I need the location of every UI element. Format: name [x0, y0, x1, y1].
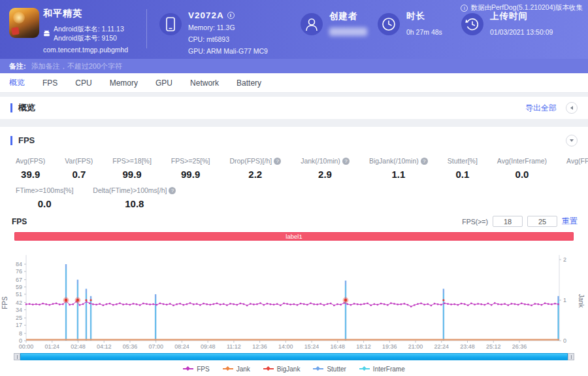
scrollbar-right-handle[interactable]: [568, 353, 574, 360]
stat-item: FPS>=25[%]99.9: [171, 157, 210, 180]
duration-value: 0h 27m 48s: [406, 27, 442, 37]
legend-item-InterFrame[interactable]: InterFrame: [359, 366, 405, 373]
legend-item-Stutter[interactable]: Stutter: [313, 366, 346, 373]
svg-text:16:48: 16:48: [331, 343, 346, 350]
stat-label: FPS>=25[%]: [171, 157, 210, 165]
stat-label: Delta(FTime)>100ms[/h]: [93, 186, 176, 194]
svg-text:Jank: Jank: [578, 294, 585, 308]
stutter-spikes-series: [66, 264, 559, 341]
phone-icon: [159, 13, 182, 35]
export-all-link[interactable]: 导出全部: [525, 103, 557, 114]
tab-bar: 概览FPSCPUMemoryGPUNetworkBattery: [0, 73, 588, 93]
reset-link[interactable]: 重置: [562, 216, 578, 227]
chevron-left-icon: [568, 106, 573, 110]
tab-GPU[interactable]: GPU: [155, 78, 172, 88]
duration-block: 时长 0h 27m 48s: [406, 10, 442, 37]
note-input-placeholder[interactable]: 添加备注，不超过200个字符: [31, 61, 122, 71]
stat-label: Avg(FPS+InterFrame): [566, 157, 588, 165]
device-circle: [159, 13, 182, 35]
help-icon[interactable]: [274, 158, 281, 165]
tab-CPU[interactable]: CPU: [75, 78, 91, 88]
stat-label: Drop(FPS)[/h]: [229, 157, 281, 165]
legend-label: BigJank: [277, 366, 301, 373]
stat-item: BigJank(/10min)1.1: [369, 157, 428, 180]
svg-text:2: 2: [563, 256, 566, 263]
svg-text:17: 17: [16, 322, 22, 328]
fps-threshold-input-1[interactable]: [493, 216, 523, 227]
scrollbar-left-handle[interactable]: [14, 353, 20, 360]
svg-text:0: 0: [563, 337, 566, 344]
svg-text:84: 84: [16, 261, 22, 267]
svg-text:26:36: 26:36: [512, 343, 527, 350]
overview-title: 概览: [10, 103, 35, 112]
stat-label: Avg(FPS): [16, 157, 45, 165]
duration-circle: [378, 13, 400, 35]
app-info-block: 和平精英 Android版本名: 1.11.13 Android版本号: 915…: [43, 8, 128, 54]
bigjank-events-series: [63, 298, 445, 303]
fps-chart[interactable]: 0817253442515967768401200:0001:2402:4804…: [0, 241, 587, 352]
svg-text:01:24: 01:24: [44, 343, 59, 350]
svg-text:02:48: 02:48: [71, 343, 86, 350]
chart-range-scrollbar: [14, 353, 574, 360]
tab-Battery[interactable]: Battery: [237, 78, 261, 88]
legend-marker: [313, 368, 323, 369]
stat-item: Avg(FPS)39.9: [16, 157, 45, 180]
device-info-icon[interactable]: [227, 12, 235, 19]
svg-text:18:12: 18:12: [356, 343, 371, 350]
stat-label: Jank(/10min): [301, 157, 350, 165]
stat-value: 99.9: [112, 169, 152, 180]
stat-item: FPS>=18[%]99.9: [112, 157, 152, 180]
stat-item: Delta(FTime)>100ms[/h]10.8: [93, 186, 176, 209]
legend-marker: [359, 368, 370, 369]
perfdog-report-page: 数据由PerfDog(5.1.210204)版本收集 和平精英 Android版…: [0, 0, 588, 376]
stat-item: FTime>=100ms[%]0.0: [16, 186, 73, 209]
tab-Network[interactable]: Network: [190, 78, 219, 88]
history-icon: [461, 13, 483, 35]
fps-section-title: FPS: [10, 136, 35, 145]
creator-label: 创建者: [329, 10, 367, 22]
stat-label: Var(FPS): [65, 157, 93, 165]
help-icon[interactable]: [342, 158, 350, 165]
fps-threshold-input-2[interactable]: [527, 216, 557, 227]
stat-value: 1.1: [369, 169, 428, 180]
stat-label: FTime>=100ms[%]: [16, 186, 73, 194]
legend-item-FPS[interactable]: FPS: [183, 366, 209, 373]
svg-text:51: 51: [16, 291, 22, 298]
scrollbar-track[interactable]: [20, 353, 568, 360]
legend-label: Jank: [237, 366, 250, 373]
svg-text:11:12: 11:12: [227, 343, 241, 350]
collapse-down-button[interactable]: [566, 135, 578, 146]
collapse-left-button[interactable]: [566, 102, 578, 114]
note-bar: 备注: 添加备注，不超过200个字符: [0, 59, 588, 73]
stat-value: 0.7: [65, 169, 93, 180]
clock-icon: [378, 13, 400, 35]
svg-text:8: 8: [19, 330, 22, 337]
legend-label: FPS: [197, 366, 209, 373]
header-divider: [146, 9, 147, 48]
stat-item: Stutter[%]0.1: [448, 157, 478, 180]
tab-概览[interactable]: 概览: [9, 77, 25, 88]
legend-marker: [183, 368, 193, 369]
stat-value: 0.0: [497, 169, 547, 180]
svg-text:1: 1: [563, 297, 566, 303]
chevron-down-icon: [570, 139, 574, 144]
stat-label: Stutter[%]: [448, 157, 478, 165]
stat-item: Var(FPS)0.7: [65, 157, 93, 180]
stat-label: Avg(InterFrame): [497, 157, 547, 165]
upload-value: 01/03/2021 13:50:09: [490, 27, 553, 37]
fps-line-series: [25, 300, 559, 307]
stat-label: FPS>=18[%]: [112, 157, 152, 165]
tab-Memory[interactable]: Memory: [110, 78, 138, 88]
legend-item-Jank[interactable]: Jank: [223, 366, 250, 373]
legend-item-BigJank[interactable]: BigJank: [263, 366, 301, 373]
app-package: com.tencent.tmgp.pubgmhd: [43, 46, 128, 54]
tab-FPS[interactable]: FPS: [42, 78, 57, 88]
chart-label-banner[interactable]: label1: [14, 232, 574, 241]
svg-text:04:12: 04:12: [97, 343, 112, 350]
svg-text:76: 76: [16, 268, 22, 275]
report-header: 数据由PerfDog(5.1.210204)版本收集 和平精英 Android版…: [0, 0, 588, 59]
help-icon[interactable]: [169, 187, 176, 194]
svg-text:05:36: 05:36: [123, 343, 138, 350]
help-icon[interactable]: [421, 158, 428, 165]
legend-label: InterFrame: [373, 366, 405, 373]
